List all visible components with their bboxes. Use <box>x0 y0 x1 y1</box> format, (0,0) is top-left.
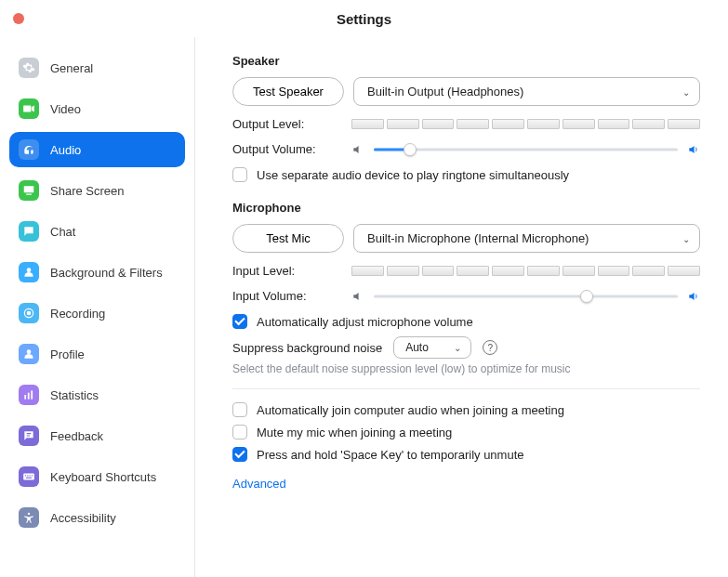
sidebar-item-profile[interactable]: Profile <box>9 336 185 372</box>
suppress-noise-value: Auto <box>405 341 429 354</box>
video-icon <box>19 98 39 119</box>
output-level-label: Output Level: <box>232 117 351 131</box>
sidebar-item-feedback[interactable]: Feedback <box>9 418 185 453</box>
sidebar-item-share-screen[interactable]: Share Screen <box>9 173 185 208</box>
main-panel: Speaker Test Speaker Built-in Output (He… <box>195 37 728 577</box>
input-level-row: Input Level: <box>232 264 700 278</box>
volume-high-icon <box>687 143 700 156</box>
input-volume-label: Input Volume: <box>232 289 351 303</box>
suppress-noise-label: Suppress background noise <box>232 341 382 355</box>
sidebar-item-background-filters[interactable]: Background & Filters <box>9 255 185 290</box>
suppress-noise-select[interactable]: Auto ⌄ <box>393 336 471 359</box>
sidebar-item-label: Statistics <box>50 388 99 402</box>
sidebar-item-label: General <box>50 61 93 75</box>
mute-on-join-row: Mute my mic when joining a meeting <box>232 425 700 439</box>
sidebar: General Video Audio Share Screen <box>0 37 195 577</box>
svg-rect-7 <box>23 474 34 480</box>
output-level-row: Output Level: <box>232 117 700 131</box>
sidebar-item-label: Profile <box>50 348 85 361</box>
window-title: Settings <box>337 11 391 27</box>
chat-icon <box>19 221 39 242</box>
sidebar-item-keyboard-shortcuts[interactable]: Keyboard Shortcuts <box>9 459 185 494</box>
speaker-device-select[interactable]: Built-in Output (Headphones) ⌄ <box>353 77 700 106</box>
sidebar-item-chat[interactable]: Chat <box>9 214 185 249</box>
auto-adjust-mic-row: Automatically adjust microphone volume <box>232 314 700 329</box>
mute-on-join-label: Mute my mic when joining a meeting <box>257 426 452 439</box>
volume-low-icon <box>351 143 364 156</box>
statistics-icon <box>19 385 39 405</box>
sidebar-item-label: Accessibility <box>50 511 116 525</box>
svg-rect-11 <box>32 475 33 476</box>
volume-high-icon <box>687 290 700 303</box>
test-speaker-button[interactable]: Test Speaker <box>232 77 344 106</box>
svg-rect-4 <box>24 395 26 400</box>
hold-space-unmute-label: Press and hold 'Space Key' to temporaril… <box>257 448 524 462</box>
svg-point-13 <box>28 513 30 515</box>
output-level-meter <box>351 119 700 129</box>
help-icon[interactable]: ? <box>483 340 497 355</box>
svg-rect-9 <box>27 475 28 476</box>
sidebar-item-label: Recording <box>50 307 105 321</box>
advanced-link[interactable]: Advanced <box>232 477 286 491</box>
person-icon <box>19 262 39 282</box>
sidebar-item-label: Keyboard Shortcuts <box>50 470 156 484</box>
sidebar-item-accessibility[interactable]: Accessibility <box>9 500 185 535</box>
sidebar-item-label: Audio <box>50 143 81 157</box>
svg-rect-10 <box>30 475 31 476</box>
input-level-label: Input Level: <box>232 264 351 278</box>
input-volume-slider[interactable] <box>374 290 678 303</box>
input-volume-row: Input Volume: <box>232 289 700 303</box>
hold-space-unmute-row: Press and hold 'Space Key' to temporaril… <box>232 447 700 462</box>
volume-low-icon <box>351 290 364 303</box>
record-icon <box>19 303 39 323</box>
content: General Video Audio Share Screen <box>0 37 728 577</box>
sidebar-item-statistics[interactable]: Statistics <box>9 377 185 413</box>
chevron-down-icon: ⌄ <box>454 343 461 353</box>
close-window-icon[interactable] <box>13 13 24 24</box>
accessibility-icon <box>19 507 39 528</box>
settings-window: Settings General Video Audio <box>0 0 728 577</box>
auto-join-audio-label: Automatically join computer audio when j… <box>257 403 564 417</box>
sidebar-item-recording[interactable]: Recording <box>9 295 185 331</box>
output-volume-label: Output Volume: <box>232 142 351 156</box>
headphones-icon <box>19 139 39 160</box>
sidebar-item-label: Chat <box>50 225 75 239</box>
auto-join-audio-checkbox[interactable] <box>232 402 247 417</box>
separator <box>232 388 700 389</box>
sidebar-item-label: Background & Filters <box>50 266 163 280</box>
output-volume-row: Output Volume: <box>232 142 700 156</box>
svg-point-0 <box>27 268 32 272</box>
sidebar-item-label: Share Screen <box>50 184 125 198</box>
auto-adjust-mic-checkbox[interactable] <box>232 314 247 329</box>
svg-rect-12 <box>26 478 32 479</box>
output-volume-slider[interactable] <box>374 143 678 156</box>
sidebar-item-label: Feedback <box>50 429 103 443</box>
chevron-down-icon: ⌄ <box>682 86 690 97</box>
svg-rect-5 <box>28 393 30 400</box>
sidebar-item-video[interactable]: Video <box>9 91 185 126</box>
mic-device-select[interactable]: Built-in Microphone (Internal Microphone… <box>353 224 700 253</box>
sidebar-item-audio[interactable]: Audio <box>9 132 185 167</box>
speaker-section-title: Speaker <box>232 54 700 68</box>
feedback-icon <box>19 426 39 446</box>
sidebar-item-label: Video <box>50 102 81 116</box>
mic-device-row: Test Mic Built-in Microphone (Internal M… <box>232 224 700 253</box>
suppress-noise-hint: Select the default noise suppression lev… <box>232 362 700 375</box>
suppress-noise-row: Suppress background noise Auto ⌄ ? <box>232 336 700 359</box>
keyboard-icon <box>19 466 39 487</box>
mute-on-join-checkbox[interactable] <box>232 425 247 439</box>
separate-audio-device-label: Use separate audio device to play ringto… <box>257 168 569 182</box>
auto-adjust-mic-label: Automatically adjust microphone volume <box>257 315 473 329</box>
input-level-meter <box>351 266 700 276</box>
svg-point-2 <box>27 311 31 315</box>
share-screen-icon <box>19 180 39 201</box>
speaker-device-value: Built-in Output (Headphones) <box>367 85 523 98</box>
hold-space-unmute-checkbox[interactable] <box>232 447 247 462</box>
svg-point-3 <box>27 349 32 354</box>
titlebar: Settings <box>0 0 728 37</box>
separate-audio-device-checkbox[interactable] <box>232 167 247 182</box>
svg-rect-8 <box>25 475 26 476</box>
chevron-down-icon: ⌄ <box>682 233 690 243</box>
sidebar-item-general[interactable]: General <box>9 50 185 85</box>
test-mic-button[interactable]: Test Mic <box>232 224 344 253</box>
